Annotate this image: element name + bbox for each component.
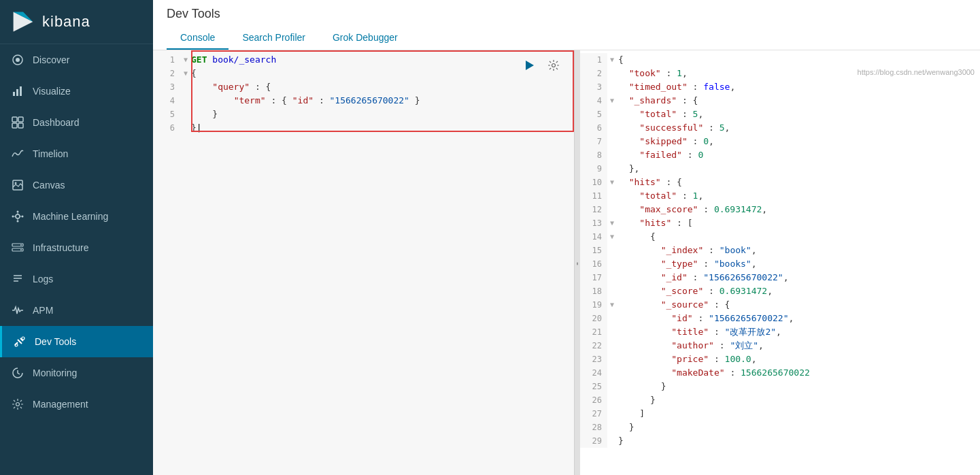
sidebar-item-canvas-label: Canvas (33, 180, 65, 191)
infrastructure-icon (11, 241, 24, 255)
sidebar-item-dashboard[interactable]: Dashboard (0, 107, 153, 138)
query-code-editor[interactable]: 1 ▼ GET book/_search 2 ▼ { 3 "query" : { (153, 50, 574, 475)
sidebar-item-dashboard-label: Dashboard (33, 117, 80, 128)
svg-rect-10 (18, 123, 23, 128)
tab-grok-debugger[interactable]: Grok Debugger (319, 27, 411, 50)
resp-line-19: 19 ▼ "_source" : { (580, 298, 980, 312)
tab-console[interactable]: Console (167, 27, 229, 50)
tab-bar: Console Search Profiler Grok Debugger (167, 27, 966, 50)
svg-rect-11 (13, 180, 22, 190)
sidebar-item-machine-learning[interactable]: Machine Learning (0, 201, 153, 232)
sidebar-item-apm-label: APM (33, 305, 53, 316)
machine-learning-icon (11, 210, 24, 223)
code-line-1: 1 ▼ GET book/_search (153, 53, 574, 67)
sidebar-item-management[interactable]: Management (0, 389, 153, 420)
page-title: Dev Tools (167, 7, 966, 21)
resp-line-11: 11 "total" : 1, (580, 189, 980, 203)
resp-line-20: 20 "id" : "1566265670022", (580, 312, 980, 325)
code-line-4: 4 "term" : { "id" : "1566265670022" } (153, 94, 574, 108)
resp-line-1: 1 ▼ { (580, 53, 980, 67)
resp-line-3: 3 "timed_out" : false, (580, 80, 980, 94)
sidebar-item-logs[interactable]: Logs (0, 263, 153, 295)
resp-line-25: 25 } (580, 380, 980, 393)
resp-line-6: 6 "successful" : 5, (580, 121, 980, 135)
logs-icon (11, 272, 24, 286)
code-line-2: 2 ▼ { (153, 67, 574, 80)
svg-point-30 (22, 337, 24, 340)
svg-marker-32 (526, 61, 534, 70)
sidebar-item-monitoring[interactable]: Monitoring (0, 357, 153, 389)
logo-area: kibana (0, 0, 153, 44)
sidebar-item-visualize[interactable]: Visualize (0, 76, 153, 107)
response-code-editor[interactable]: 1 ▼ { 2 "took" : 1, 3 "timed_out" : fals… (580, 50, 980, 475)
resp-line-26: 26 } (580, 393, 980, 407)
resp-line-14: 14 ▼ { (580, 230, 980, 244)
tab-search-profiler[interactable]: Search Profiler (229, 27, 319, 50)
resp-line-24: 24 "makeDate" : 1566265670022 (580, 366, 980, 380)
sidebar-item-canvas[interactable]: Canvas (0, 169, 153, 201)
svg-point-13 (16, 214, 20, 218)
resp-line-15: 15 "_index" : "book", (580, 244, 980, 257)
resp-line-5: 5 "total" : 5, (580, 108, 980, 121)
visualize-icon (11, 84, 24, 98)
resp-line-13: 13 ▼ "hits" : [ (580, 216, 980, 230)
monitoring-icon (11, 366, 24, 380)
svg-point-31 (16, 403, 20, 406)
svg-point-25 (20, 249, 22, 250)
resp-line-12: 12 "max_score" : 0.6931472, (580, 203, 980, 216)
settings-button[interactable] (544, 56, 563, 75)
code-line-3: 3 "query" : { (153, 80, 574, 94)
sidebar-item-infrastructure[interactable]: Infrastructure (0, 232, 153, 263)
resp-line-10: 10 ▼ "hits" : { (580, 176, 980, 189)
sidebar-item-visualize-label: Visualize (33, 86, 71, 97)
svg-point-15 (17, 220, 19, 223)
svg-point-16 (12, 216, 14, 218)
sidebar-item-logs-label: Logs (33, 274, 53, 284)
code-line-5: 5 } (153, 108, 574, 121)
svg-point-17 (22, 216, 24, 218)
kibana-logo-text: kibana (42, 13, 90, 31)
svg-rect-7 (12, 117, 17, 122)
sidebar-item-discover[interactable]: Discover (0, 44, 153, 76)
header: Dev Tools Console Search Profiler Grok D… (153, 0, 980, 50)
resp-line-17: 17 "_id" : "1566265670022", (580, 271, 980, 284)
editor-toolbar (520, 56, 563, 75)
editor-area: 1 ▼ GET book/_search 2 ▼ { 3 "query" : { (153, 50, 980, 475)
dashboard-icon (11, 116, 24, 129)
resp-line-4: 4 ▼ "_shards" : { (580, 94, 980, 108)
code-line-6: 6 }| (153, 121, 574, 135)
sidebar-item-dev-tools[interactable]: Dev Tools (0, 326, 153, 357)
dev-tools-icon (13, 335, 27, 348)
resp-line-8: 8 "failed" : 0 (580, 148, 980, 162)
sidebar-item-discover-label: Discover (33, 54, 69, 65)
resp-line-23: 23 "price" : 100.0, (580, 353, 980, 366)
svg-point-14 (17, 211, 19, 213)
query-panel: 1 ▼ GET book/_search 2 ▼ { 3 "query" : { (153, 50, 575, 475)
resp-line-18: 18 "_score" : 0.6931472, (580, 284, 980, 298)
resp-line-21: 21 "title" : "改革开放2", (580, 325, 980, 339)
panel-resize-handle[interactable]: ··· (575, 50, 580, 475)
sidebar: kibana Discover Visualize Dashboard Time… (0, 0, 153, 475)
svg-rect-4 (13, 92, 15, 96)
timelion-icon (11, 147, 24, 161)
resp-line-9: 9 }, (580, 162, 980, 176)
svg-rect-6 (20, 86, 22, 96)
sidebar-item-timelion[interactable]: Timelion (0, 138, 153, 169)
management-icon (11, 397, 24, 411)
svg-point-33 (552, 64, 556, 67)
apm-icon (11, 304, 24, 317)
kibana-logo-icon (11, 10, 35, 34)
sidebar-item-dev-tools-label: Dev Tools (35, 336, 76, 347)
resp-line-27: 27 ] (580, 407, 980, 421)
svg-rect-8 (18, 117, 23, 122)
svg-point-3 (16, 58, 20, 62)
resp-line-29: 29 } (580, 434, 980, 448)
discover-icon (11, 53, 24, 67)
resp-line-16: 16 "_type" : "books", (580, 257, 980, 271)
sidebar-item-apm[interactable]: APM (0, 295, 153, 326)
run-button[interactable] (520, 56, 539, 75)
url-hint: https://blog.csdn.net/wenwang3000 (858, 68, 975, 76)
resp-line-22: 22 "author" : "刘立", (580, 339, 980, 353)
resp-line-28: 28 } (580, 421, 980, 434)
sidebar-item-machine-learning-label: Machine Learning (33, 211, 108, 222)
